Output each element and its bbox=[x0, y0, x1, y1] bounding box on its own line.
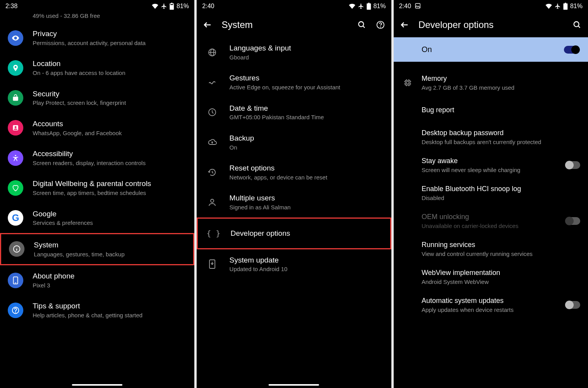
search-button[interactable] bbox=[357, 20, 366, 30]
gestures-icon bbox=[208, 78, 217, 87]
lock-open-icon bbox=[12, 94, 19, 102]
setting-security[interactable]: SecurityPlay Protect, screen lock, finge… bbox=[0, 83, 194, 113]
back-icon bbox=[400, 20, 409, 30]
dev-master-toggle[interactable]: On bbox=[394, 37, 588, 62]
airplane-icon bbox=[358, 3, 364, 9]
developer-list[interactable]: MemoryAvg 2.7 GB of 3.7 GB memory used B… bbox=[394, 62, 588, 388]
wellbeing-icon bbox=[12, 184, 19, 192]
svg-point-28 bbox=[574, 22, 579, 27]
update-icon bbox=[208, 259, 216, 269]
toggle-on[interactable] bbox=[564, 46, 579, 54]
row-title: Location bbox=[33, 59, 188, 68]
toggle-auto-updates[interactable] bbox=[565, 301, 580, 309]
svg-rect-30 bbox=[405, 80, 410, 85]
header: Developer options bbox=[394, 12, 588, 37]
system-gestures[interactable]: GesturesActive Edge on, squeeze for your… bbox=[197, 67, 391, 97]
setting-location[interactable]: LocationOn - 6 apps have access to locat… bbox=[0, 53, 194, 83]
row-sub: View and control currently running servi… bbox=[422, 250, 580, 258]
dev-running-services[interactable]: Running servicesView and control current… bbox=[394, 235, 588, 263]
header-title: Developer options bbox=[419, 19, 563, 30]
toggle-stay-awake[interactable] bbox=[565, 161, 580, 169]
row-sub: On - 6 apps have access to location bbox=[33, 69, 188, 77]
back-button[interactable] bbox=[400, 20, 409, 30]
setting-google[interactable]: G GoogleServices & preferences bbox=[0, 203, 194, 233]
nav-pill[interactable] bbox=[72, 384, 122, 386]
search-icon bbox=[358, 21, 366, 29]
row-title: Multiple users bbox=[229, 193, 385, 203]
row-sub: Unavailable on carrier-locked devices bbox=[422, 222, 558, 230]
battery-icon bbox=[563, 3, 568, 10]
nav-pill[interactable] bbox=[269, 384, 319, 386]
row-title: OEM unlocking bbox=[422, 212, 558, 221]
row-title: Accessibility bbox=[33, 149, 188, 158]
row-sub: On bbox=[229, 144, 385, 151]
row-sub: Permissions, account activity, personal … bbox=[33, 39, 188, 47]
battery-text: 81% bbox=[570, 3, 583, 10]
setting-wellbeing[interactable]: Digital Wellbeing & parental controlsScr… bbox=[0, 173, 194, 203]
settings-list[interactable]: 49% used - 32.86 GB free PrivacyPermissi… bbox=[0, 12, 194, 388]
system-datetime[interactable]: Date & timeGMT+05:00 Pakistan Standard T… bbox=[197, 97, 391, 127]
svg-rect-0 bbox=[171, 5, 173, 9]
wifi-icon bbox=[152, 3, 159, 9]
svg-rect-27 bbox=[565, 3, 566, 3]
dev-memory[interactable]: MemoryAvg 2.7 GB of 3.7 GB memory used bbox=[394, 69, 588, 97]
row-sub: Signed in as Ali Salman bbox=[229, 204, 385, 211]
row-sub: Help articles, phone & chat, getting sta… bbox=[33, 311, 188, 319]
dev-bt-snoop[interactable]: Enable Bluetooth HCI snoop logDisabled bbox=[394, 179, 588, 207]
battery-text: 81% bbox=[373, 3, 386, 10]
dev-bugreport[interactable]: Bug report bbox=[394, 97, 588, 123]
row-title: WebView implementation bbox=[422, 268, 580, 277]
setting-tips[interactable]: Tips & supportHelp articles, phone & cha… bbox=[0, 295, 194, 325]
system-backup[interactable]: BackupOn bbox=[197, 127, 391, 157]
row-title: Enable Bluetooth HCI snoop log bbox=[422, 184, 580, 193]
row-sub: Apply updates when device restarts bbox=[422, 306, 558, 314]
google-icon: G bbox=[12, 212, 19, 223]
row-sub: Play Protect, screen lock, fingerprint bbox=[33, 99, 188, 107]
svg-rect-26 bbox=[564, 3, 568, 10]
on-label: On bbox=[422, 45, 432, 54]
system-reset[interactable]: Reset optionsNetwork, apps, or device ca… bbox=[197, 157, 391, 187]
system-developer[interactable]: { } Developer options bbox=[197, 217, 391, 249]
dev-stay-awake[interactable]: Stay awakeScreen will never sleep while … bbox=[394, 151, 588, 179]
back-button[interactable] bbox=[203, 20, 212, 30]
system-update[interactable]: System updateUpdated to Android 10 bbox=[197, 249, 391, 279]
row-sub: GMT+05:00 Pakistan Standard Time bbox=[229, 113, 385, 121]
dev-webview[interactable]: WebView implementationAndroid System Web… bbox=[394, 263, 588, 291]
svg-point-2 bbox=[15, 37, 16, 39]
location-icon bbox=[12, 64, 19, 72]
help-button[interactable] bbox=[376, 20, 385, 30]
system-list[interactable]: Languages & inputGboard GesturesActive E… bbox=[197, 37, 391, 388]
row-title: System bbox=[34, 240, 187, 250]
svg-point-18 bbox=[380, 27, 380, 27]
search-button[interactable] bbox=[572, 20, 582, 30]
setting-about[interactable]: About phonePixel 3 bbox=[0, 265, 194, 295]
setting-system[interactable]: SystemLanguages, gestures, time, backup bbox=[0, 233, 194, 265]
battery-text: 81% bbox=[176, 3, 189, 10]
help-icon bbox=[11, 306, 20, 315]
status-right: 81% bbox=[152, 3, 189, 10]
status-time: 2:40 bbox=[202, 3, 214, 10]
status-time: 2:40 bbox=[399, 3, 421, 10]
system-users[interactable]: Multiple usersSigned in as Ali Salman bbox=[197, 187, 391, 217]
dev-backup-password[interactable]: Desktop backup passwordDesktop full back… bbox=[394, 123, 588, 151]
row-title: Gestures bbox=[229, 73, 385, 83]
wifi-icon bbox=[545, 3, 552, 9]
row-title: Accounts bbox=[33, 119, 188, 129]
row-title: Bug report bbox=[422, 106, 580, 115]
row-sub: Network, apps, or device can be reset bbox=[229, 174, 385, 181]
svg-point-5 bbox=[15, 155, 16, 156]
row-sub: WhatsApp, Google, and Facebook bbox=[33, 129, 188, 137]
setting-accessibility[interactable]: AccessibilityScreen readers, display, in… bbox=[0, 143, 194, 173]
reset-icon bbox=[208, 168, 217, 177]
settings-screen: 2:38 81% 49% used - 32.86 GB free Privac… bbox=[0, 0, 194, 388]
system-languages[interactable]: Languages & inputGboard bbox=[197, 37, 391, 67]
svg-rect-25 bbox=[415, 3, 420, 8]
svg-rect-1 bbox=[171, 4, 173, 5]
phone-icon bbox=[12, 276, 19, 285]
dev-auto-updates[interactable]: Automatic system updatesApply updates wh… bbox=[394, 291, 588, 319]
row-title: Privacy bbox=[33, 29, 188, 38]
clock-icon bbox=[208, 108, 217, 117]
row-title: Security bbox=[33, 89, 188, 99]
setting-accounts[interactable]: AccountsWhatsApp, Google, and Facebook bbox=[0, 113, 194, 143]
setting-privacy[interactable]: PrivacyPermissions, account activity, pe… bbox=[0, 23, 194, 53]
